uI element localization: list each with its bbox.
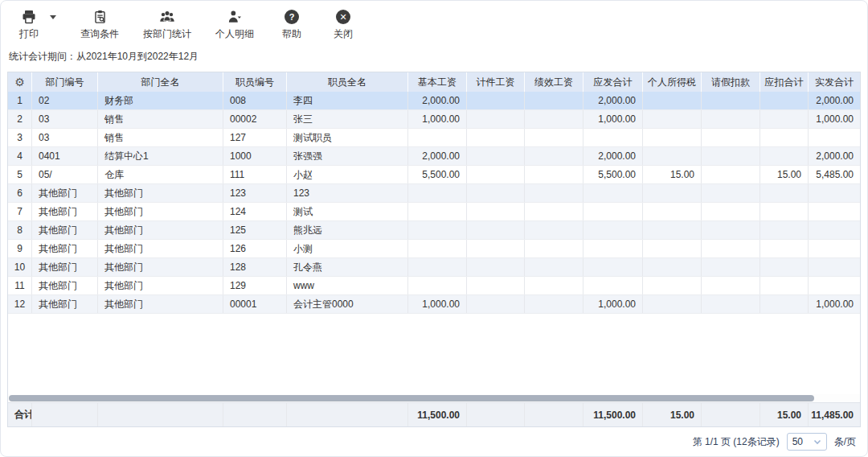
column-header: 基本工资: [408, 72, 467, 92]
table-cell: [467, 184, 525, 202]
table-header-row: ⚙ 部门编号部门全名职员编号职员全名基本工资计件工资绩效工资应发合计个人所得税请…: [8, 72, 860, 92]
total-cell: 15.00: [760, 403, 809, 426]
table-cell: [408, 221, 467, 239]
table-cell: [583, 184, 643, 202]
table-row[interactable]: 40401结算中心11000张强强2,000.002,000.002,000.0…: [8, 147, 860, 166]
table-row[interactable]: 9其他部门其他部门126小测: [8, 240, 860, 258]
table-cell: [809, 258, 860, 276]
horizontal-scrollbar[interactable]: [8, 394, 860, 402]
table-row[interactable]: 11其他部门其他部门129www: [8, 277, 860, 295]
page-size-select[interactable]: 50: [787, 433, 827, 451]
table-cell: [643, 184, 702, 202]
table-cell: 测试职员: [287, 129, 408, 146]
help-button[interactable]: ? 帮助: [278, 9, 305, 41]
column-header: 绩效工资: [525, 72, 583, 92]
table-cell: [809, 221, 860, 239]
table-cell: [408, 277, 467, 294]
total-cell: 11,485.00: [809, 403, 860, 426]
table-cell: 2,000.00: [408, 92, 467, 109]
table-cell: [702, 240, 760, 257]
total-cell: [287, 403, 408, 426]
salary-table: ⚙ 部门编号部门全名职员编号职员全名基本工资计件工资绩效工资应发合计个人所得税请…: [7, 72, 861, 427]
close-icon: ✕: [336, 9, 350, 25]
column-settings-cell[interactable]: ⚙: [8, 72, 32, 92]
total-cell: [223, 403, 287, 426]
scrollbar-thumb[interactable]: [9, 395, 814, 401]
table-cell: [467, 221, 525, 239]
table-cell: [467, 295, 525, 313]
table-cell: [809, 129, 860, 146]
table-body: 102财务部008李四2,000.002,000.002,000.00203销售…: [8, 92, 860, 314]
total-cell: [98, 403, 223, 426]
print-button[interactable]: 打印: [15, 9, 43, 41]
table-row[interactable]: 6其他部门其他部门123123: [8, 184, 860, 203]
column-header: 应发合计: [583, 72, 643, 92]
table-cell: [525, 295, 583, 313]
print-dropdown-caret-icon[interactable]: [50, 15, 56, 19]
table-cell: [702, 295, 760, 313]
table-cell: [702, 203, 760, 220]
table-cell: [583, 240, 643, 257]
table-cell: 其他部门: [32, 295, 98, 313]
close-button[interactable]: ✕ 关闭: [330, 9, 357, 41]
table-cell: 张强强: [287, 147, 408, 165]
table-cell: [408, 203, 467, 220]
table-cell: [525, 147, 583, 165]
person-detail-button[interactable]: 个人明细: [215, 9, 254, 41]
table-cell: [643, 110, 702, 128]
table-row[interactable]: 10其他部门其他部门128孔令燕: [8, 258, 860, 277]
help-icon: ?: [285, 9, 299, 25]
total-cell: [467, 403, 525, 426]
table-row[interactable]: 12其他部门其他部门00001会计主管00001,000.001,000.001…: [8, 295, 860, 314]
table-row[interactable]: 505/仓库111小赵5,500.005,500.0015.0015.005,4…: [8, 166, 860, 184]
department-stats-icon: [158, 9, 176, 25]
table-cell: 2,000.00: [408, 147, 467, 165]
table-cell: 小赵: [287, 166, 408, 183]
table-cell: [702, 166, 760, 183]
column-header: 个人所得税: [643, 72, 702, 92]
table-cell: 其他部门: [98, 240, 223, 257]
gear-icon[interactable]: ⚙: [14, 76, 25, 88]
table-cell: 其他部门: [98, 277, 223, 294]
column-header: 职员全名: [287, 72, 408, 92]
table-cell: 1,000.00: [583, 295, 643, 313]
table-cell: 03: [32, 129, 98, 146]
table-cell: 2,000.00: [583, 147, 643, 165]
close-label: 关闭: [334, 27, 353, 41]
table-cell: 会计主管0000: [287, 295, 408, 313]
table-cell: [467, 277, 525, 294]
table-cell: 1,000.00: [583, 110, 643, 128]
table-cell: [809, 203, 860, 220]
table-cell: [643, 295, 702, 313]
table-cell: [467, 240, 525, 257]
row-number-cell: 7: [8, 203, 32, 220]
row-number-cell: 4: [8, 147, 32, 165]
table-row[interactable]: 8其他部门其他部门125熊兆远: [8, 221, 860, 240]
table-cell: 其他部门: [32, 221, 98, 239]
column-header: 职员编号: [223, 72, 287, 92]
row-number-cell: 10: [8, 258, 32, 276]
table-cell: 00001: [223, 295, 287, 313]
table-cell: 03: [32, 110, 98, 128]
table-row[interactable]: 7其他部门其他部门124测试: [8, 203, 860, 221]
table-cell: [643, 277, 702, 294]
help-glyph: ?: [285, 10, 299, 24]
department-stats-button[interactable]: 按部门统计: [143, 9, 191, 41]
page-info: 第 1/1 页 (12条记录): [693, 435, 780, 449]
table-cell: 其他部门: [98, 203, 223, 220]
table-cell: [760, 258, 809, 276]
table-cell: 销售: [98, 129, 223, 146]
total-cell: [32, 403, 98, 426]
salary-statistics-window: 打印 查询条件: [0, 0, 868, 457]
table-cell: 财务部: [98, 92, 223, 109]
query-conditions-button[interactable]: 查询条件: [80, 9, 119, 41]
table-cell: [525, 240, 583, 257]
table-cell: [760, 184, 809, 202]
person-detail-icon: [227, 9, 243, 25]
table-row[interactable]: 102财务部008李四2,000.002,000.002,000.00: [8, 92, 860, 110]
print-button-group: 打印: [15, 9, 56, 41]
column-header: 计件工资: [467, 72, 525, 92]
table-cell: 其他部门: [32, 258, 98, 276]
table-row[interactable]: 203销售00002张三1,000.001,000.001,000.00: [8, 110, 860, 129]
table-row[interactable]: 303销售127测试职员: [8, 129, 860, 147]
